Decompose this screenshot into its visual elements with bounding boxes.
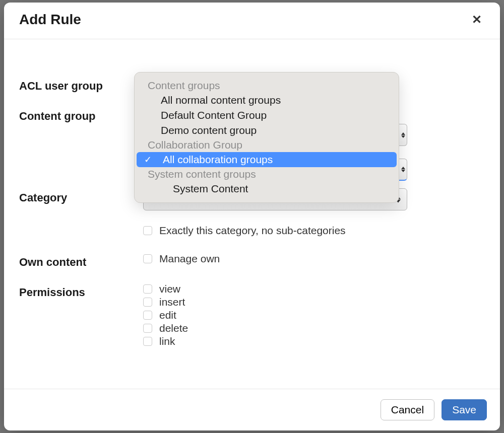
- perm-link-input[interactable]: [143, 337, 152, 346]
- label-permissions: Permissions: [19, 283, 143, 299]
- cancel-button[interactable]: Cancel: [381, 399, 434, 420]
- content-group-dropdown[interactable]: Content groups ✓ All normal content grou…: [134, 72, 399, 203]
- perm-view-label: view: [159, 283, 180, 295]
- label-own-content: Own content: [19, 253, 143, 269]
- dd-option-demo-content-group[interactable]: ✓ Demo content group: [135, 123, 399, 138]
- row-permissions: Permissions view insert edit delete: [19, 283, 485, 348]
- manage-own-label: Manage own: [159, 253, 220, 265]
- manage-own-input[interactable]: [143, 254, 152, 263]
- dd-option-all-collaboration-groups[interactable]: ✓ All collaboration groups: [137, 152, 397, 167]
- perm-view-input[interactable]: [143, 284, 152, 294]
- perm-insert-input[interactable]: [143, 298, 152, 307]
- dd-option-all-normal-content-groups[interactable]: ✓ All normal content groups: [135, 93, 399, 108]
- manage-own-checkbox[interactable]: Manage own: [143, 253, 407, 265]
- perm-edit[interactable]: edit: [143, 309, 407, 321]
- check-icon: ✓: [141, 154, 155, 165]
- exact-category-input[interactable]: [143, 226, 152, 235]
- perm-delete[interactable]: delete: [143, 322, 407, 334]
- modal-footer: Cancel Save: [4, 389, 500, 430]
- modal-header: Add Rule ✕: [4, 3, 500, 39]
- perm-edit-label: edit: [159, 309, 176, 321]
- dd-option-default-content-group[interactable]: ✓ Default Content Group: [135, 108, 399, 123]
- row-exact-category: Exactly this category, no sub-categories: [19, 225, 485, 239]
- row-own-content: Own content Manage own: [19, 253, 485, 269]
- perm-insert-label: insert: [159, 296, 185, 308]
- perm-view[interactable]: view: [143, 283, 407, 295]
- content-group-select[interactable]: [399, 159, 407, 181]
- modal-title: Add Rule: [19, 12, 81, 28]
- exact-category-label: Exactly this category, no sub-categories: [159, 225, 346, 237]
- permissions-list: view insert edit delete link: [143, 283, 407, 348]
- perm-edit-input[interactable]: [143, 311, 152, 320]
- label-acl-user-group: ACL user group: [19, 77, 143, 93]
- close-icon[interactable]: ✕: [469, 12, 485, 28]
- save-button[interactable]: Save: [442, 399, 487, 420]
- acl-user-group-select[interactable]: [399, 124, 407, 146]
- perm-link[interactable]: link: [143, 335, 407, 347]
- label-category: Category: [19, 188, 143, 204]
- dd-header-content-groups: Content groups: [135, 79, 399, 93]
- exact-category-checkbox[interactable]: Exactly this category, no sub-categories: [143, 225, 407, 237]
- perm-delete-input[interactable]: [143, 324, 152, 333]
- dd-header-system-content-groups: System content groups: [135, 167, 399, 181]
- perm-delete-label: delete: [159, 322, 188, 334]
- add-rule-modal: Add Rule ✕ ACL user group Content group …: [4, 3, 500, 430]
- dd-option-system-content[interactable]: ✓ System Content: [135, 181, 399, 196]
- perm-insert[interactable]: insert: [143, 296, 407, 308]
- dd-header-collaboration-group: Collaboration Group: [135, 138, 399, 152]
- label-content-group: Content group: [19, 107, 143, 123]
- modal-body: ACL user group Content group Category Al…: [4, 39, 500, 389]
- perm-link-label: link: [159, 335, 175, 347]
